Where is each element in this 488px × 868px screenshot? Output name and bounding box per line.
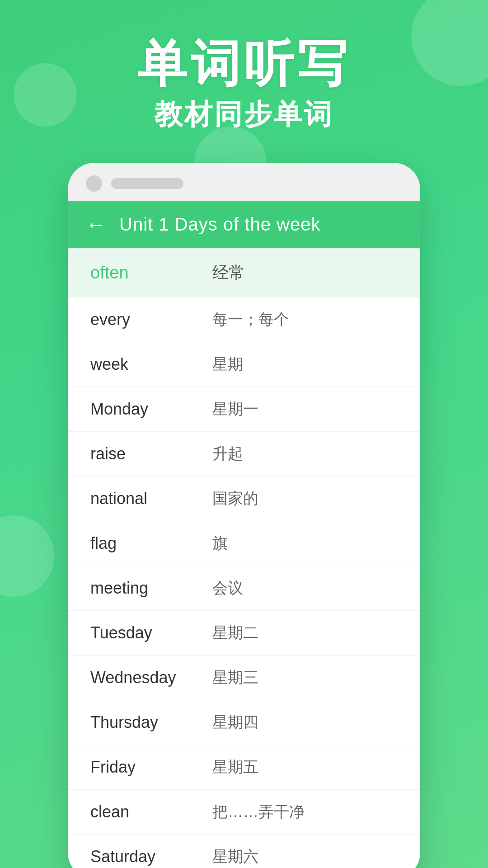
word-chinese: 把……弄干净: [212, 802, 305, 822]
word-chinese: 星期: [212, 354, 243, 375]
word-list: often经常every每一；每个week星期Monday星期一raise升起n…: [68, 248, 420, 868]
word-item[interactable]: Thursday星期四: [68, 700, 420, 745]
word-english: often: [90, 263, 199, 283]
word-english: Friday: [90, 758, 199, 777]
word-english: national: [90, 489, 199, 508]
word-item[interactable]: Tuesday星期二: [68, 611, 420, 656]
word-chinese: 星期五: [212, 757, 258, 778]
word-english: week: [90, 355, 199, 374]
word-english: clean: [90, 802, 199, 821]
word-chinese: 星期三: [212, 667, 258, 688]
header-area: 单词听写 教材同步单词: [0, 0, 488, 151]
word-item[interactable]: Monday星期一: [68, 387, 420, 432]
back-button[interactable]: ←: [86, 215, 106, 235]
word-english: Monday: [90, 400, 199, 419]
app-header: ← Unit 1 Days of the week: [68, 201, 420, 248]
word-chinese: 星期一: [212, 399, 258, 420]
word-chinese: 星期六: [212, 846, 258, 867]
word-chinese: 旗: [212, 533, 228, 554]
word-chinese: 会议: [212, 578, 243, 599]
word-item[interactable]: national国家的: [68, 476, 420, 521]
word-item[interactable]: flag旗: [68, 521, 420, 566]
word-english: raise: [90, 444, 199, 463]
word-english: meeting: [90, 579, 199, 598]
word-english: Saturday: [90, 847, 199, 866]
word-item[interactable]: Wednesday星期三: [68, 656, 420, 700]
word-english: Thursday: [90, 713, 199, 732]
word-chinese: 国家的: [212, 488, 258, 509]
word-item[interactable]: clean把……弄干净: [68, 790, 420, 835]
word-item[interactable]: week星期: [68, 342, 420, 387]
word-english: Tuesday: [90, 623, 199, 642]
word-item[interactable]: meeting会议: [68, 566, 420, 611]
word-chinese: 升起: [212, 443, 243, 464]
word-chinese: 每一；每个: [212, 309, 289, 330]
word-item[interactable]: Saturday星期六: [68, 835, 420, 868]
word-item[interactable]: every每一；每个: [68, 297, 420, 342]
phone-speaker: [111, 178, 183, 189]
word-item[interactable]: Friday星期五: [68, 745, 420, 790]
word-english: flag: [90, 534, 199, 553]
word-item[interactable]: often经常: [68, 248, 420, 297]
word-english: every: [90, 310, 199, 329]
sub-title: 教材同步单词: [0, 95, 488, 133]
word-chinese: 星期二: [212, 623, 258, 643]
phone-mockup: ← Unit 1 Days of the week often经常every每一…: [68, 163, 420, 868]
bg-decoration-circle-4: [0, 515, 54, 597]
phone-camera: [86, 175, 102, 192]
page-title: Unit 1 Days of the week: [119, 214, 320, 235]
word-chinese: 星期四: [212, 712, 258, 733]
phone-top-bar: [68, 163, 420, 201]
word-english: Wednesday: [90, 668, 199, 687]
word-chinese: 经常: [212, 262, 245, 284]
main-title: 单词听写: [0, 36, 488, 91]
word-item[interactable]: raise升起: [68, 432, 420, 476]
